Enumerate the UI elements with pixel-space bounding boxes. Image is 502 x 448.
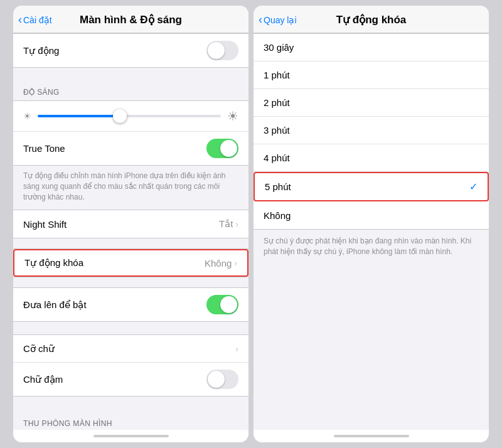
- left-content: Tự động ĐỘ SÁNG ☀ ☀: [13, 33, 248, 430]
- option-5-phut-check-icon: ✓: [469, 181, 478, 193]
- do-sang-header: ĐỘ SÁNG: [13, 78, 248, 100]
- dua-len-thumb: [220, 296, 237, 313]
- night-shift-value: Tắt ›: [219, 218, 238, 230]
- brightness-row: ☀ ☀: [13, 101, 248, 132]
- right-back-label: Quay lại: [264, 15, 297, 25]
- right-content: 30 giây 1 phút 2 phút 3 phút 4 phút: [254, 33, 489, 430]
- option-4-phut-label: 4 phút: [264, 152, 290, 163]
- right-phone: ‹ Quay lại Tự động khóa 30 giây 1 phút: [254, 6, 489, 442]
- option-5-phut[interactable]: 5 phút ✓: [254, 172, 489, 201]
- option-khong[interactable]: Không: [254, 201, 489, 229]
- sun-large-icon: ☀: [227, 109, 238, 124]
- left-home-bar: [93, 435, 169, 437]
- spacer3: [13, 277, 248, 287]
- right-nav-title: Tự động khóa: [336, 13, 407, 26]
- right-nav-bar: ‹ Quay lại Tự động khóa: [254, 6, 489, 33]
- option-2-phut[interactable]: 2 phút: [254, 89, 489, 117]
- night-shift-group: Night Shift Tắt ›: [13, 210, 248, 238]
- option-30-giay[interactable]: 30 giây: [254, 34, 489, 61]
- night-shift-chevron: ›: [235, 219, 238, 229]
- raise-to-wake-group: Đưa lên để bật: [13, 287, 248, 322]
- tu-dong-khoa-label: Tự động khóa: [24, 257, 83, 269]
- true-tone-thumb: [220, 140, 237, 157]
- spacer4: [13, 322, 248, 334]
- option-30-giay-label: 30 giây: [264, 42, 294, 53]
- right-back-button[interactable]: ‹ Quay lại: [259, 13, 297, 26]
- thu-phong-header: THU PHÓNG MÀN HÌNH: [13, 409, 248, 430]
- left-nav-title: Màn hình & Độ sáng: [80, 13, 182, 26]
- left-phone: ‹ Cài đặt Màn hình & Độ sáng Tự động ĐỘ …: [13, 6, 248, 442]
- spacer1: [13, 68, 248, 78]
- brightness-section: ☀ ☀ True Tone: [13, 100, 248, 166]
- tu-dong-item: Tự động: [13, 34, 248, 67]
- option-2-phut-label: 2 phút: [264, 97, 290, 108]
- tu-dong-khoa-item[interactable]: Tự động khóa Không ›: [13, 249, 248, 277]
- true-tone-label: True Tone: [23, 143, 65, 154]
- option-5-phut-label: 5 phút: [265, 181, 291, 192]
- dua-len-de-bat-toggle[interactable]: [206, 295, 238, 314]
- co-chu-chevron: ›: [235, 344, 238, 354]
- sun-small-icon: ☀: [23, 111, 31, 121]
- tu-dong-label: Tự động: [23, 45, 59, 56]
- spacer2: [13, 238, 248, 248]
- option-1-phut-label: 1 phút: [264, 70, 290, 80]
- true-tone-description: Tự động điều chỉnh màn hình iPhone dựa t…: [13, 166, 248, 210]
- left-nav-bar: ‹ Cài đặt Màn hình & Độ sáng: [13, 6, 248, 33]
- left-back-chevron-icon: ‹: [18, 13, 22, 26]
- dua-len-de-bat-item: Đưa lên để bật: [13, 288, 248, 321]
- right-note: Sự chú ý được phát hiện khi bạn đang nhì…: [254, 230, 489, 264]
- co-chu-label: Cỡ chữ: [23, 343, 55, 355]
- chu-dam-toggle[interactable]: [206, 370, 238, 389]
- tu-dong-thumb: [208, 42, 225, 59]
- night-shift-item[interactable]: Night Shift Tắt ›: [13, 210, 248, 238]
- option-khong-label: Không: [264, 210, 291, 221]
- right-back-chevron-icon: ‹: [259, 13, 262, 26]
- auto-group: Tự động: [13, 33, 248, 68]
- chu-dam-label: Chữ đậm: [23, 374, 63, 385]
- brightness-fill: [38, 115, 120, 117]
- tu-dong-toggle[interactable]: [206, 41, 238, 60]
- option-3-phut[interactable]: 3 phút: [254, 117, 489, 144]
- text-group: Cỡ chữ › Chữ đậm: [13, 334, 248, 397]
- true-tone-toggle[interactable]: [206, 139, 238, 158]
- option-1-phut[interactable]: 1 phút: [254, 61, 489, 89]
- left-back-label: Cài đặt: [23, 15, 52, 25]
- auto-lock-group: Tự động khóa Không ›: [13, 248, 248, 277]
- dua-len-de-bat-label: Đưa lên để bật: [23, 299, 87, 311]
- tu-dong-khoa-status: Không: [205, 258, 232, 269]
- option-3-phut-label: 3 phút: [264, 125, 290, 136]
- left-back-button[interactable]: ‹ Cài đặt: [18, 13, 52, 26]
- right-home-bar: [334, 435, 409, 437]
- tu-dong-khoa-value: Không ›: [205, 258, 237, 269]
- option-4-phut[interactable]: 4 phút: [254, 144, 489, 172]
- brightness-thumb: [113, 109, 127, 123]
- co-chu-item[interactable]: Cỡ chữ ›: [13, 335, 248, 363]
- night-shift-label: Night Shift: [23, 219, 67, 230]
- night-shift-status: Tắt: [219, 218, 233, 230]
- brightness-slider-track[interactable]: [38, 115, 221, 117]
- left-home-indicator: [13, 430, 248, 442]
- options-group: 30 giây 1 phút 2 phút 3 phút 4 phút: [254, 33, 489, 230]
- true-tone-item: True Tone: [13, 132, 248, 165]
- chu-dam-item: Chữ đậm: [13, 363, 248, 396]
- co-chu-value: ›: [235, 344, 238, 354]
- chu-dam-thumb: [208, 371, 225, 388]
- right-home-indicator: [254, 430, 489, 442]
- tu-dong-khoa-chevron: ›: [234, 258, 237, 268]
